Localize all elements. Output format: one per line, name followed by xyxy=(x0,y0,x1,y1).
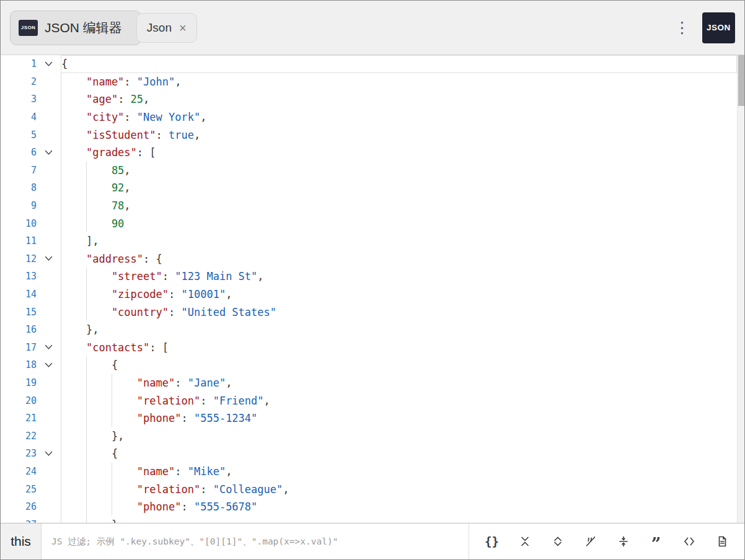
scrollbar-thumb[interactable] xyxy=(738,55,744,106)
code-line[interactable]: 3"age": 25, xyxy=(1,90,737,108)
indent-guide xyxy=(61,374,86,392)
kebab-menu-icon[interactable]: ⋮ xyxy=(669,19,695,37)
footer-bar: this {} ” xyxy=(1,523,744,559)
indent-guide xyxy=(61,232,86,250)
code-line[interactable]: 4"city": "New York", xyxy=(1,108,737,126)
expand-all-icon[interactable] xyxy=(541,528,574,554)
code-line[interactable]: 26"phone": "555-5678" xyxy=(1,498,737,516)
code-text[interactable]: }, xyxy=(61,321,737,339)
vertical-scrollbar[interactable] xyxy=(737,55,744,523)
fold-toggle-icon[interactable] xyxy=(37,344,61,350)
fold-toggle-icon[interactable] xyxy=(37,256,61,261)
token: "relation" xyxy=(137,483,200,496)
code-text[interactable]: { xyxy=(61,356,737,374)
code-line[interactable]: 12"address": { xyxy=(1,250,737,268)
code-text[interactable]: } xyxy=(61,515,737,523)
fold-toggle-icon[interactable] xyxy=(37,362,61,368)
code-line[interactable]: 17"contacts": [ xyxy=(1,339,737,357)
code-line[interactable]: 16}, xyxy=(1,321,737,339)
code-text[interactable]: ], xyxy=(61,232,737,250)
line-number: 15 xyxy=(1,307,37,318)
line-number: 1 xyxy=(1,58,37,69)
code-line[interactable]: 978, xyxy=(1,197,737,215)
code-line[interactable]: 23{ xyxy=(1,445,737,463)
footer-toolbar: {} ” xyxy=(469,523,744,559)
gutter: 4 xyxy=(1,108,61,126)
code-text[interactable]: "zipcode": "10001", xyxy=(61,286,737,304)
code-text[interactable]: { xyxy=(61,55,737,73)
join-lines-icon[interactable] xyxy=(607,528,640,554)
code-line[interactable]: 25"relation": "Colleague", xyxy=(1,480,737,498)
code-text[interactable]: "city": "New York", xyxy=(61,108,737,126)
quotes-icon[interactable]: ” xyxy=(640,528,672,554)
code-line[interactable]: 24"name": "Mike", xyxy=(1,463,737,481)
indent-guide xyxy=(61,498,86,516)
code-line[interactable]: 22}, xyxy=(1,427,737,445)
fold-toggle-icon[interactable] xyxy=(37,150,61,155)
code-text[interactable]: "street": "123 Main St", xyxy=(61,268,737,286)
code-text[interactable]: "grades": [ xyxy=(61,144,737,162)
code-text[interactable]: "relation": "Colleague", xyxy=(61,480,737,498)
format-braces-icon[interactable]: {} xyxy=(475,528,508,554)
code-line[interactable]: 6"grades": [ xyxy=(1,144,737,162)
code-line[interactable]: 1{ xyxy=(1,55,737,73)
fold-toggle-icon[interactable] xyxy=(37,451,61,457)
indent-guide xyxy=(61,214,86,232)
json-editor[interactable]: 1{2"name": "John",3"age": 25,4"city": "N… xyxy=(1,55,744,523)
indent-guide xyxy=(86,392,112,409)
code-text[interactable]: "phone": "555-5678" xyxy=(61,498,737,516)
code-line[interactable]: 2"name": "John", xyxy=(1,73,737,91)
code-line[interactable]: 785, xyxy=(1,162,737,180)
code-line[interactable]: 892, xyxy=(1,179,737,197)
code-text[interactable]: "name": "Mike", xyxy=(61,463,737,481)
code-text[interactable]: 85, xyxy=(61,162,737,180)
token: , xyxy=(264,395,270,407)
code-text[interactable]: }, xyxy=(61,427,737,445)
code-line[interactable]: 11], xyxy=(1,232,737,250)
code-line[interactable]: 14"zipcode": "10001", xyxy=(1,286,737,304)
token: } xyxy=(112,518,118,523)
code-line[interactable]: 27} xyxy=(1,515,737,523)
filter-input[interactable] xyxy=(42,523,469,559)
fold-toggle-icon[interactable] xyxy=(37,61,61,67)
code-text[interactable]: "contacts": [ xyxy=(61,339,737,357)
token: }, xyxy=(112,430,124,442)
code-line[interactable]: 21"phone": "555-1234" xyxy=(1,409,737,427)
code-line[interactable]: 5"isStudent": true, xyxy=(1,126,737,144)
indent-guide xyxy=(112,392,137,409)
tab-json-editor[interactable]: JSON JSON 编辑器 xyxy=(10,11,141,45)
code-text[interactable]: "relation": "Friend", xyxy=(61,392,737,409)
code-view-icon[interactable] xyxy=(672,528,705,554)
code-text[interactable]: "name": "John", xyxy=(61,73,737,91)
gutter: 12 xyxy=(1,250,61,268)
code-line[interactable]: 13"street": "123 Main St", xyxy=(1,268,737,286)
close-icon[interactable]: × xyxy=(179,22,187,34)
code-text[interactable]: "address": { xyxy=(61,250,737,268)
code-text[interactable]: "isStudent": true, xyxy=(61,126,737,144)
token: 25 xyxy=(131,93,143,105)
strip-escapes-icon[interactable] xyxy=(574,528,607,554)
token: "zipcode" xyxy=(112,288,169,300)
collapse-all-icon[interactable] xyxy=(508,528,541,554)
code-line[interactable]: 1090 xyxy=(1,214,737,232)
code-text[interactable]: 92, xyxy=(61,179,737,197)
token: }, xyxy=(86,323,99,336)
app-window: JSON JSON 编辑器 Json × ⋮ JSON 1{2"name": "… xyxy=(0,0,745,560)
gutter: 6 xyxy=(1,144,61,162)
line-number: 21 xyxy=(1,413,37,424)
code-text[interactable]: "age": 25, xyxy=(61,90,737,108)
code-line[interactable]: 18{ xyxy=(1,356,737,374)
code-text[interactable]: "name": "Jane", xyxy=(61,374,737,392)
token: : [ xyxy=(149,341,169,354)
code-line[interactable]: 19"name": "Jane", xyxy=(1,374,737,392)
code-text[interactable]: 78, xyxy=(61,197,737,215)
code-text[interactable]: "phone": "555-1234" xyxy=(61,409,737,427)
code-text[interactable]: 90 xyxy=(61,214,737,232)
code-text[interactable]: { xyxy=(61,445,737,463)
code-line[interactable]: 15"country": "United States" xyxy=(1,303,737,321)
code-text[interactable]: "country": "United States" xyxy=(61,303,737,321)
header: JSON JSON 编辑器 Json × ⋮ JSON xyxy=(1,1,744,55)
code-line[interactable]: 20"relation": "Friend", xyxy=(1,392,737,409)
document-icon[interactable] xyxy=(705,528,738,554)
tab-json-document[interactable]: Json × xyxy=(136,13,197,43)
